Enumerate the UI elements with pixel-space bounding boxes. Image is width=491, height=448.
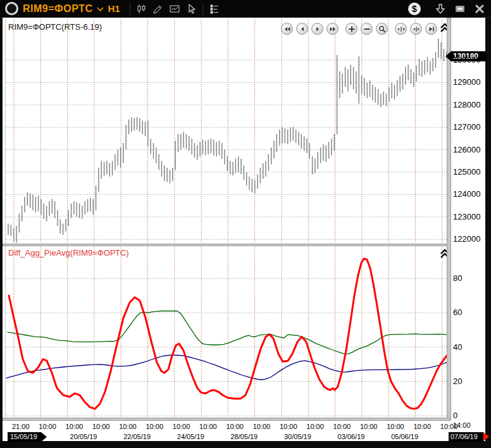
indicator-line-average-navy xyxy=(6,355,447,380)
chart-canvas[interactable] xyxy=(0,0,491,448)
zoom-in-icon xyxy=(348,25,356,33)
pencil-icon[interactable] xyxy=(150,2,166,16)
price-axis-label: 127000 xyxy=(453,122,480,132)
time-label: 10:00 xyxy=(414,423,432,430)
time-label: 10:00 xyxy=(66,423,84,430)
time-label: 10:00 xyxy=(226,423,244,430)
date-label: 03/06/19 xyxy=(338,433,365,440)
zoom-search-icon xyxy=(378,25,386,33)
compress-horizontal-button[interactable] xyxy=(395,23,407,35)
indicator-window-icon[interactable] xyxy=(166,2,183,16)
time-label: 10:00 xyxy=(306,423,324,430)
zoom-search-button[interactable] xyxy=(376,23,388,35)
indicator-panel-title: Diff_Agg_PieAvg(RIM9=ФОРТС) xyxy=(8,248,129,258)
go-to-end-button[interactable] xyxy=(425,23,437,35)
time-label: 10:00 xyxy=(92,423,110,430)
date-label: 05/06/19 xyxy=(391,433,418,440)
time-label: 14:00 xyxy=(453,421,471,429)
time-label: 21:00 xyxy=(12,423,30,430)
candlestick-chart-icon[interactable] xyxy=(134,2,150,16)
time-label: 10:00 xyxy=(146,423,164,430)
dollar-icon[interactable]: $ xyxy=(408,3,421,15)
zoom-out-button[interactable] xyxy=(361,23,373,35)
indicator-axis-label: 80 xyxy=(453,273,462,283)
compress-horizontal-icon xyxy=(397,25,405,33)
expand-vertical-button[interactable] xyxy=(410,23,422,35)
step-back-icon xyxy=(299,25,306,33)
titlebar-right-group: $ xyxy=(408,3,491,15)
time-label: 10:00 xyxy=(119,423,137,430)
rewind-icon xyxy=(283,25,291,33)
time-label: 10:00 xyxy=(253,423,271,430)
app-logo-icon xyxy=(5,2,18,15)
go-to-end-icon xyxy=(428,25,435,33)
start-date-badge: 15/05/19 xyxy=(8,432,47,442)
download-arrow-icon[interactable] xyxy=(435,3,445,15)
levels-icon[interactable] xyxy=(206,2,223,16)
indicator-axis-label: 20 xyxy=(453,376,462,386)
chevron-down-icon[interactable] xyxy=(97,7,104,12)
time-label: 10:00 xyxy=(280,423,297,430)
time-label: 10:00 xyxy=(333,423,351,430)
toolbar-separator xyxy=(202,3,203,15)
rewind-button[interactable] xyxy=(281,23,293,35)
fast-forward-icon xyxy=(329,25,337,33)
time-label: 10:00 xyxy=(387,423,404,430)
step-back-button[interactable] xyxy=(296,23,308,35)
zoom-in-button[interactable] xyxy=(345,23,357,35)
timeframe-label[interactable]: H1 xyxy=(108,3,120,14)
indicator-axis-label: 40 xyxy=(453,342,462,352)
chart-nav-toolbar xyxy=(281,23,440,35)
price-axis-label: 124000 xyxy=(453,189,480,199)
price-panel-title: RIM9=ФОРТС(RTS-6.19) xyxy=(8,22,102,32)
indicator-axis-label: 60 xyxy=(453,308,462,317)
close-icon[interactable] xyxy=(475,4,485,14)
price-axis-label: 123000 xyxy=(453,212,480,221)
step-forward-icon xyxy=(314,25,321,33)
price-axis-label: 128000 xyxy=(453,100,480,109)
price-axis-splitter[interactable] xyxy=(447,18,451,421)
time-label: 10:00 xyxy=(39,423,56,430)
step-forward-button[interactable] xyxy=(311,23,323,35)
date-label: 28/05/19 xyxy=(230,433,258,440)
symbol-name[interactable]: RIM9=ФОРТС xyxy=(23,3,92,15)
date-label: 30/05/19 xyxy=(284,433,311,440)
toolbar-separator xyxy=(130,3,130,15)
indicator-axis-label: 0 xyxy=(453,411,457,420)
time-axis-splitter[interactable] xyxy=(3,418,451,421)
panel-splitter[interactable] xyxy=(3,244,451,246)
date-label: 20/05/19 xyxy=(70,433,97,440)
end-date-arrow-icon xyxy=(483,432,489,441)
price-axis-label: 125000 xyxy=(453,167,480,177)
price-axis-label: 122000 xyxy=(453,234,480,244)
price-axis-label: 130000 xyxy=(453,55,480,65)
title-bar: RIM9=ФОРТС H1 $ xyxy=(0,0,491,18)
time-label: 10:00 xyxy=(173,423,190,430)
price-axis-label: 129000 xyxy=(453,77,480,87)
time-label: 10:00 xyxy=(199,423,217,430)
cursor-icon[interactable] xyxy=(183,2,199,16)
expand-vertical-icon xyxy=(413,25,420,33)
date-label: 22/05/19 xyxy=(123,433,151,440)
zoom-out-icon xyxy=(363,25,371,33)
fast-forward-button[interactable] xyxy=(326,23,339,35)
price-axis-label: 126000 xyxy=(453,145,480,154)
end-date-badge: 07/06/19 xyxy=(449,432,483,442)
time-label: 10:00 xyxy=(360,423,378,430)
date-label: 24/05/19 xyxy=(177,433,204,440)
screenshot-root: { "titlebar": { "symbol": "RIM9=ФОРТС", … xyxy=(0,0,491,448)
minimize-icon[interactable] xyxy=(454,4,466,14)
